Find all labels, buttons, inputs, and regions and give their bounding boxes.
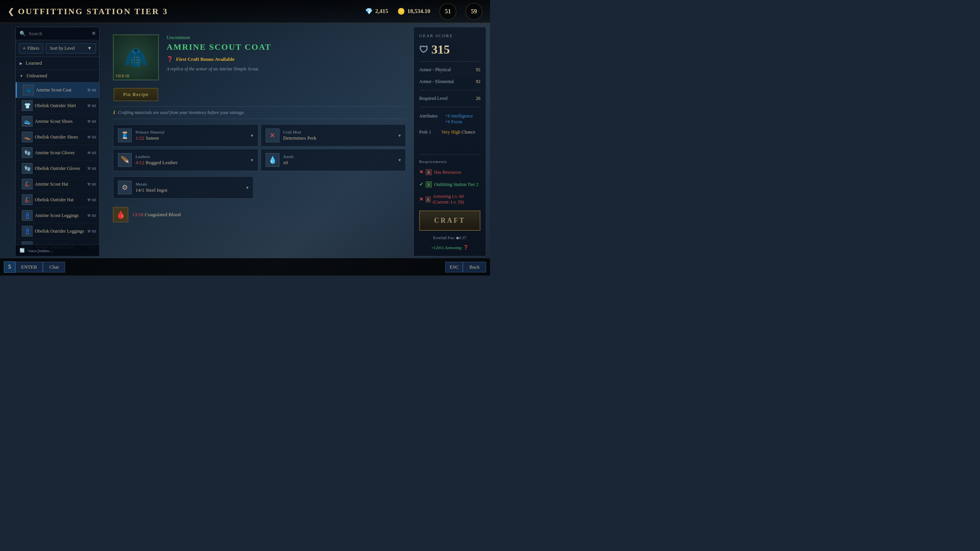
item-title: AMRINE SCOUT COAT	[167, 42, 406, 52]
esc-button[interactable]: ESC	[445, 262, 463, 272]
bonus-icon: ❓	[167, 56, 173, 62]
req3-text: Armoring Lv. 60 (Current: Lv. 59)	[433, 194, 480, 205]
crafting-note: ℹ Crafting materials are used from your …	[113, 106, 406, 119]
list-item[interactable]: 👞 Obelisk Outrider Shoes ⚒ 60	[16, 129, 99, 145]
extra-icon: 🩸	[113, 207, 128, 222]
chat-button[interactable]: Chat	[43, 262, 65, 272]
material-slot-primary[interactable]: 🧵 Primary Material 1/22 Sateen	[113, 124, 258, 147]
craft-button[interactable]: CRAFT	[419, 210, 480, 231]
list-item[interactable]: 🧥 Amrine Scout Coat ⚒ 60	[16, 82, 99, 98]
requirement-2: ✓ S Outfitting Station Tier 2	[419, 181, 480, 188]
azoth-info: Azoth x0	[283, 154, 401, 166]
topbar-right: 💎 2,415 🪙 18,534.10 51 59	[365, 3, 482, 20]
item-level-9: ⚒ 60	[87, 229, 96, 233]
armor-elemental-value: 92	[476, 79, 480, 85]
metals-value: 14/1 Steel Ingot	[136, 187, 248, 193]
azoth-label: Azoth	[283, 154, 401, 159]
attr1-value: +6 Intelligence	[445, 113, 473, 119]
metals-label: Metals	[136, 182, 248, 186]
crafting-note-text: Crafting materials are used from your in…	[118, 110, 245, 116]
attr2-value: +6 Focus	[419, 119, 480, 125]
bonus-help-icon[interactable]: ❓	[463, 245, 469, 250]
back-text-button[interactable]: Back	[463, 262, 486, 272]
perk-chance-value: Very High	[441, 129, 461, 135]
enter-button[interactable]: ENTER	[15, 262, 43, 272]
search-input[interactable]	[29, 31, 88, 37]
item-icon-2: 👟	[22, 116, 33, 127]
item-header: 🧥 TIER III Pin Recipe Uncommon AMRINE SC…	[113, 34, 406, 101]
filter-row: ≡ Filters Sort by Level ▼	[16, 40, 99, 57]
item-name-1: Obelisk Outrider Shirt	[35, 103, 85, 109]
center-panel: 🧥 TIER III Pin Recipe Uncommon AMRINE SC…	[105, 27, 413, 256]
recipe-list-panel: 🔍 ✕ ≡ Filters Sort by Level ▼ ▶ Learned …	[15, 27, 100, 256]
chat-overlay: 🔄 +race [indeec...	[15, 245, 100, 256]
req1-text: Has Resources	[434, 170, 461, 175]
material-slot-azoth[interactable]: 💧 Azoth x0	[261, 149, 406, 171]
craft-mod-icon: ✕	[266, 129, 279, 142]
list-item[interactable]: 🎩 Amrine Scout Hat ⚒ 60	[16, 176, 99, 192]
everfall-fee: Everfall Fee: ◆0.37	[419, 235, 480, 240]
back-button[interactable]: ❮ OUTFITTING STATION TIER 3	[8, 7, 168, 16]
requirement-3: ✕ A Armoring Lv. 60 (Current: Lv. 59)	[419, 193, 480, 206]
item-level-4: ⚒ 60	[87, 150, 96, 155]
perk-label: Perk 1	[419, 129, 438, 135]
item-icon-5: 🧤	[22, 163, 33, 174]
armoring-bonus: +12015 Armoring ❓	[419, 245, 480, 250]
material-slot-leathers[interactable]: 🪶 Leathers 4/12 Rugged Leather	[113, 149, 258, 171]
list-item[interactable]: 🧤 Obelisk Outrider Gloves ⚒ 60	[16, 161, 99, 176]
material-slot-metals[interactable]: ⚙ Metals 14/1 Steel Ingot	[113, 176, 253, 199]
craft-mod-info: Craft Mod Determines Perk	[283, 130, 401, 141]
metals-info: Metals 14/1 Steel Ingot	[136, 182, 248, 193]
filter-icon: ≡	[23, 46, 26, 51]
req2-station-icon: S	[426, 181, 432, 187]
list-item[interactable]: 🧤 Amrine Scout Gloves ⚒ 60	[16, 145, 99, 161]
list-item[interactable]: 🎩 Obelisk Outrider Hat ⚒ 60	[16, 192, 99, 208]
armoring-bonus-text: +12015 Armoring	[431, 245, 461, 250]
leathers-label: Leathers	[136, 154, 253, 159]
perk-row: Perk 1 Very High Chance	[419, 129, 480, 135]
currency-gold: 🪙 18,534.10	[397, 8, 430, 15]
item-level-5: ⚒ 60	[87, 166, 96, 171]
list-item[interactable]: 👕 Obelisk Outrider Shirt ⚒ 60	[16, 98, 99, 114]
req-level-label: Required Level	[419, 96, 448, 101]
enter-label: ENTER	[21, 264, 37, 270]
pin-recipe-button[interactable]: Pin Recipe	[114, 88, 158, 101]
divider-req	[419, 154, 480, 155]
section-learned[interactable]: ▶ Learned	[16, 57, 99, 70]
gear-score-icon: 🛡	[419, 44, 428, 55]
sort-chevron-icon: ▼	[87, 46, 92, 51]
requirement-1: ✕ R Has Resources	[419, 168, 480, 176]
list-item[interactable]: 👖 Obelisk Outrider Leggings ⚒ 60	[16, 223, 99, 239]
material-slot-mod[interactable]: ✕ Craft Mod Determines Perk	[261, 124, 406, 147]
list-item[interactable]: 👟 Amrine Scout Shoes ⚒ 60	[16, 114, 99, 129]
item-portrait-icon: 🧥	[124, 46, 148, 68]
item-name-0: Amrine Scout Coat	[36, 87, 85, 93]
search-clear-icon[interactable]: ✕	[91, 30, 96, 37]
item-icon-7: 🎩	[22, 194, 33, 205]
req1-resource-icon: R	[426, 169, 432, 175]
primary-amount: 1/22	[136, 135, 145, 141]
extra-label: 13/10 Coagulated Blood	[132, 212, 181, 218]
section-unlearned[interactable]: ▼ Unlearned	[16, 70, 99, 82]
bottom-bar: 5 ENTER Chat ESC Back	[0, 258, 490, 276]
item-level-8: ⚒ 60	[87, 213, 96, 218]
filters-button[interactable]: ≡ Filters	[19, 43, 43, 54]
req-level-row: Required Level 26	[419, 95, 480, 102]
list-item[interactable]: 👖 Amrine Scout Leggings ⚒ 60	[16, 208, 99, 223]
gold-icon: 🪙	[397, 8, 405, 15]
item-level-1: ⚒ 60	[87, 103, 96, 108]
requirements-label: Requirements	[419, 159, 480, 164]
sort-label: Sort by Level	[50, 46, 75, 51]
extra-material: 🩸 13/10 Coagulated Blood	[113, 204, 406, 225]
item-level-0: ⚒ 60	[87, 88, 96, 92]
item-icon-1: 👕	[22, 100, 33, 111]
craft-bonus: ❓ First Craft Bonus Available	[167, 56, 406, 62]
gold-amount: 18,534.10	[407, 8, 430, 15]
item-name-5: Obelisk Outrider Gloves	[35, 166, 85, 171]
unlearned-arrow-icon: ▼	[20, 74, 23, 78]
armor-elemental-row: Armor - Elemental 92	[419, 78, 480, 85]
leathers-info: Leathers 4/12 Rugged Leather	[136, 154, 253, 166]
armor-physical-label: Armor - Physical	[419, 67, 451, 73]
extra-amount: 13/10	[132, 212, 144, 217]
sort-button[interactable]: Sort by Level ▼	[46, 43, 96, 54]
